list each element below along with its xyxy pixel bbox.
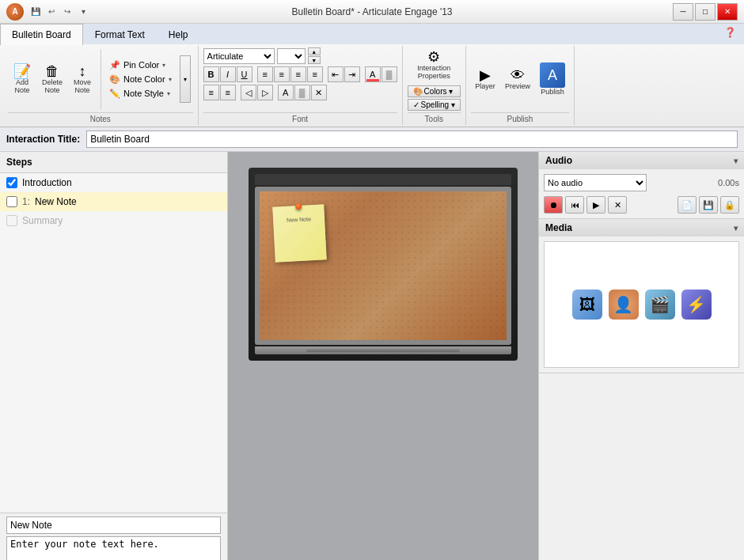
add-note-button[interactable]: 📝 AddNote [8, 62, 36, 96]
step-new-note[interactable]: 1: New Note [0, 192, 227, 211]
help-icon[interactable]: ❓ [716, 24, 744, 44]
media-section-content: 🖼 👤 🎬 ⚡ [539, 236, 744, 373]
audio-controls: No audio 0.00s [544, 174, 739, 191]
qat-save[interactable]: 💾 [28, 5, 43, 19]
step-summary-checkbox[interactable] [6, 215, 17, 226]
font-size-select[interactable] [277, 48, 306, 64]
quick-access-toolbar: 💾 ↩ ↪ ▾ [28, 5, 90, 19]
clear-format-button[interactable]: ✕ [311, 85, 327, 100]
pin-color-arrow: ▾ [162, 62, 165, 69]
close-button[interactable]: ✕ [717, 3, 738, 21]
audio-import-button[interactable]: 📄 [678, 196, 697, 214]
font-size-up[interactable]: ▲ [308, 47, 321, 55]
app-title: Bulletin Board* - Articulate Engage '13 [291, 6, 452, 17]
indent-increase-button[interactable]: ⇥ [344, 66, 360, 82]
maximize-button[interactable]: □ [695, 3, 716, 21]
stop-button[interactable]: ✕ [608, 196, 627, 214]
title-bar: A 💾 ↩ ↪ ▾ Bulletin Board* - Articulate E… [0, 0, 744, 24]
para-highlight-button[interactable]: ▒ [294, 85, 310, 100]
bullets-button[interactable]: ≡ [203, 85, 219, 100]
ribbon-group-font: Articulate ▲ ▼ B I U ≡ ≡ [199, 46, 403, 125]
ribbon-group-notes: 📝 AddNote 🗑 DeleteNote ↕ MoveNote 📌 Pin … [3, 46, 199, 125]
font-color-button[interactable]: A [365, 66, 381, 82]
note-body-input[interactable]: Enter your note text here. [6, 536, 221, 560]
step-introduction-checkbox[interactable] [6, 177, 17, 188]
note-style-label: Note Style [123, 89, 164, 98]
interaction-title-input[interactable] [86, 131, 738, 148]
ribbon-tabs: Bulletin Board Format Text Help ❓ [0, 24, 744, 44]
player-button[interactable]: ▶ Player [471, 66, 499, 93]
tab-help[interactable]: Help [157, 24, 200, 44]
font-name-select[interactable]: Articulate [203, 48, 275, 64]
note-color-arrow: ▾ [169, 76, 172, 83]
align-right-button[interactable]: ≡ [290, 66, 306, 82]
sticky-note[interactable]: New Note [272, 204, 327, 262]
audio-header-label: Audio [545, 155, 572, 166]
qat-redo[interactable]: ↪ [60, 5, 74, 19]
notes-expand-button[interactable]: ▾ [180, 55, 191, 103]
align-justify-button[interactable]: ≡ [307, 66, 323, 82]
add-video-button[interactable]: 🎬 [645, 289, 675, 320]
tab-bulletin-board[interactable]: Bulletin Board [0, 24, 83, 45]
tab-format-text[interactable]: Format Text [83, 24, 157, 44]
para-color-button[interactable]: A [278, 85, 294, 100]
sticky-pin [295, 203, 302, 210]
pin-color-button[interactable]: 📌 Pin Color ▾ [105, 59, 176, 72]
video-icon: 🎬 [650, 295, 670, 314]
bulletin-board-frame: New Note [249, 168, 518, 361]
qat-dropdown[interactable]: ▾ [76, 5, 90, 19]
board-surface[interactable]: New Note [255, 187, 511, 345]
note-color-button[interactable]: 🎨 Note Color ▾ [105, 73, 176, 86]
align-center-button[interactable]: ≡ [274, 66, 290, 82]
numbering-button[interactable]: ≡ [220, 85, 236, 100]
underline-button[interactable]: U [237, 66, 252, 82]
steps-panel: Steps Introduction 1: New Note Summary E… [0, 152, 228, 560]
media-section-header[interactable]: Media ▾ [539, 219, 744, 236]
image-icon: 🖼 [579, 296, 595, 314]
indent-button[interactable]: ▷ [257, 85, 273, 100]
rewind-button[interactable]: ⏮ [565, 196, 584, 214]
preview-button[interactable]: 👁 Preview [501, 66, 534, 93]
board-top-bar [255, 174, 511, 185]
add-character-button[interactable]: 👤 [609, 289, 639, 320]
font-size-down[interactable]: ▼ [308, 56, 321, 64]
minimize-button[interactable]: ─ [673, 3, 693, 21]
font-group-content: Articulate ▲ ▼ B I U ≡ ≡ [203, 47, 397, 111]
canvas-area: New Note [228, 152, 538, 560]
note-title-input[interactable] [6, 516, 221, 534]
paragraph-buttons: ≡ ≡ ◁ ▷ A ▒ ✕ [203, 85, 327, 100]
add-flash-button[interactable]: ⚡ [681, 289, 712, 320]
spelling-button[interactable]: ✓ Spelling ▾ [408, 99, 461, 111]
audio-select[interactable]: No audio [544, 174, 647, 191]
record-button[interactable]: ⏺ [544, 196, 563, 214]
indent-decrease-button[interactable]: ⇤ [328, 66, 344, 82]
qat-undo[interactable]: ↩ [44, 5, 59, 19]
delete-note-button[interactable]: 🗑 DeleteNote [38, 62, 66, 96]
move-note-label: MoveNote [74, 78, 91, 94]
move-note-button[interactable]: ↕ MoveNote [68, 62, 97, 96]
step-introduction[interactable]: Introduction [0, 173, 227, 192]
publish-group-label: Publish [471, 112, 569, 123]
audio-save-button[interactable]: 💾 [699, 196, 718, 214]
play-button[interactable]: ▶ [586, 196, 605, 214]
italic-button[interactable]: I [220, 66, 236, 82]
palette-icon: 🎨 [109, 74, 120, 85]
player-icon: ▶ [480, 68, 491, 82]
interaction-properties-button[interactable]: ⚙ InteractionProperties [413, 47, 454, 82]
tools-group-content: ⚙ InteractionProperties 🎨 Colors ▾ ✓ Spe… [408, 47, 461, 111]
align-left-button[interactable]: ≡ [257, 66, 273, 82]
step-summary[interactable]: Summary [0, 211, 227, 230]
highlight-button[interactable]: ▒ [381, 66, 397, 82]
step-new-note-checkbox[interactable] [6, 196, 17, 207]
board-bottom-bar [255, 346, 511, 354]
bold-button[interactable]: B [203, 66, 219, 82]
spelling-icon: ✓ [413, 100, 419, 109]
publish-button[interactable]: A Publish [536, 60, 569, 98]
colors-label: Colors ▾ [424, 87, 454, 96]
audio-lock-button[interactable]: 🔒 [720, 196, 739, 214]
colors-button[interactable]: 🎨 Colors ▾ [408, 85, 461, 97]
note-style-button[interactable]: ✏️ Note Style ▾ [105, 87, 176, 100]
outdent-button[interactable]: ◁ [241, 85, 256, 100]
audio-section-header[interactable]: Audio ▾ [539, 152, 744, 169]
add-image-button[interactable]: 🖼 [572, 289, 602, 320]
